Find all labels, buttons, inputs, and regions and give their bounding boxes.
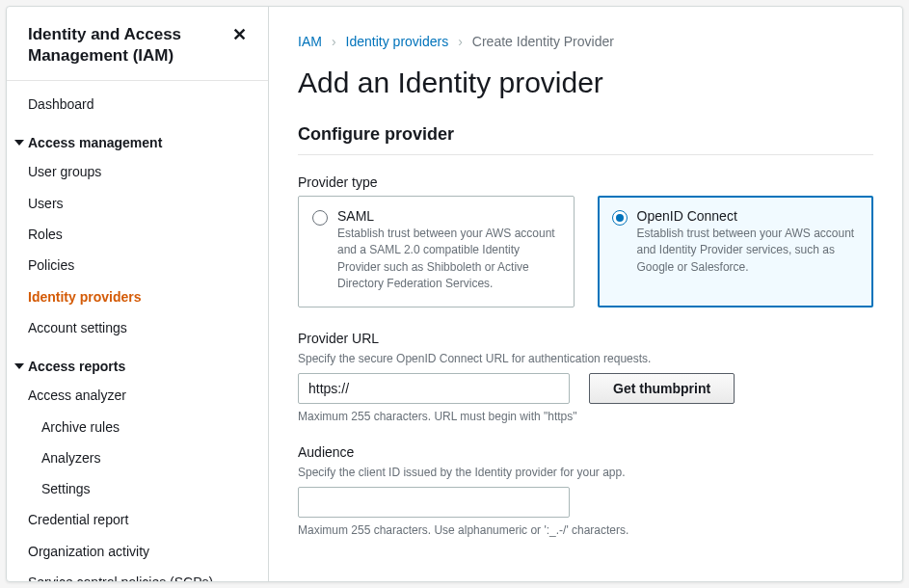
provider-type-options: SAML Establish trust between your AWS ac… bbox=[298, 196, 873, 307]
provider-url-constraint: Maximum 255 characters. URL must begin w… bbox=[298, 410, 873, 423]
audience-input[interactable] bbox=[298, 487, 570, 518]
radio-title-oidc: OpenID Connect bbox=[637, 208, 860, 224]
sidebar-item-archive-rules[interactable]: Archive rules bbox=[7, 412, 268, 442]
sidebar-item-users[interactable]: Users bbox=[7, 188, 268, 219]
get-thumbprint-button[interactable]: Get thumbprint bbox=[589, 373, 735, 404]
radio-card-openid-connect[interactable]: OpenID Connect Establish trust between y… bbox=[598, 196, 874, 307]
close-icon[interactable]: ✕ bbox=[232, 26, 247, 43]
provider-url-help: Specify the secure OpenID Connect URL fo… bbox=[298, 352, 873, 365]
radio-title-saml: SAML bbox=[337, 208, 560, 224]
sidebar-item-access-analyzer[interactable]: Access analyzer bbox=[7, 380, 268, 411]
sidebar-item-settings[interactable]: Settings bbox=[7, 473, 268, 504]
provider-url-input[interactable] bbox=[298, 373, 570, 404]
main-content: IAM › Identity providers › Create Identi… bbox=[269, 7, 902, 581]
radio-card-saml[interactable]: SAML Establish trust between your AWS ac… bbox=[298, 196, 575, 307]
iam-console-window: Identity and Access Management (IAM) ✕ D… bbox=[6, 6, 903, 582]
provider-type-group: Provider type SAML Establish trust betwe… bbox=[298, 174, 873, 307]
sidebar-nav: Dashboard Access management User groups … bbox=[7, 81, 268, 581]
sidebar-section-access-reports[interactable]: Access reports bbox=[7, 353, 268, 380]
audience-constraint: Maximum 255 characters. Use alphanumeric… bbox=[298, 523, 873, 537]
radio-icon bbox=[312, 210, 328, 226]
sidebar: Identity and Access Management (IAM) ✕ D… bbox=[7, 7, 269, 581]
sidebar-header: Identity and Access Management (IAM) ✕ bbox=[7, 24, 268, 80]
breadcrumb-current: Create Identity Provider bbox=[472, 34, 614, 49]
sidebar-item-identity-providers[interactable]: Identity providers bbox=[7, 281, 268, 312]
sidebar-item-dashboard[interactable]: Dashboard bbox=[7, 89, 268, 120]
sidebar-item-credential-report[interactable]: Credential report bbox=[7, 504, 268, 535]
caret-down-icon bbox=[14, 363, 24, 369]
page-title: Add an Identity provider bbox=[298, 67, 873, 99]
provider-url-row: Get thumbprint bbox=[298, 373, 873, 404]
audience-label: Audience bbox=[298, 444, 873, 460]
breadcrumb-identity-providers[interactable]: Identity providers bbox=[346, 34, 449, 49]
radio-icon bbox=[612, 210, 628, 226]
sidebar-item-analyzers[interactable]: Analyzers bbox=[7, 442, 268, 473]
audience-group: Audience Specify the client ID issued by… bbox=[298, 444, 873, 537]
radio-body: OpenID Connect Establish trust between y… bbox=[637, 208, 860, 276]
radio-body: SAML Establish trust between your AWS ac… bbox=[337, 208, 560, 293]
breadcrumb-iam[interactable]: IAM bbox=[298, 34, 322, 49]
sidebar-item-policies[interactable]: Policies bbox=[7, 250, 268, 281]
sidebar-item-account-settings[interactable]: Account settings bbox=[7, 312, 268, 343]
chevron-right-icon: › bbox=[332, 34, 336, 49]
audience-help: Specify the client ID issued by the Iden… bbox=[298, 466, 873, 479]
sidebar-item-scps[interactable]: Service control policies (SCPs) bbox=[7, 567, 268, 581]
provider-url-group: Provider URL Specify the secure OpenID C… bbox=[298, 331, 873, 423]
sidebar-item-organization-activity[interactable]: Organization activity bbox=[7, 536, 268, 567]
sidebar-title: Identity and Access Management (IAM) bbox=[28, 24, 232, 67]
caret-down-icon bbox=[14, 140, 24, 146]
sidebar-item-roles[interactable]: Roles bbox=[7, 219, 268, 250]
provider-type-label: Provider type bbox=[298, 174, 873, 190]
radio-desc-saml: Establish trust between your AWS account… bbox=[337, 226, 560, 293]
breadcrumb: IAM › Identity providers › Create Identi… bbox=[298, 34, 873, 49]
provider-url-label: Provider URL bbox=[298, 331, 873, 346]
sidebar-section-access-management[interactable]: Access management bbox=[7, 129, 268, 156]
sidebar-section-label: Access reports bbox=[28, 359, 125, 374]
sidebar-section-label: Access management bbox=[28, 135, 162, 150]
sidebar-item-user-groups[interactable]: User groups bbox=[7, 156, 268, 187]
section-title-configure-provider: Configure provider bbox=[298, 124, 873, 155]
radio-desc-oidc: Establish trust between your AWS account… bbox=[637, 226, 860, 276]
chevron-right-icon: › bbox=[458, 34, 463, 49]
